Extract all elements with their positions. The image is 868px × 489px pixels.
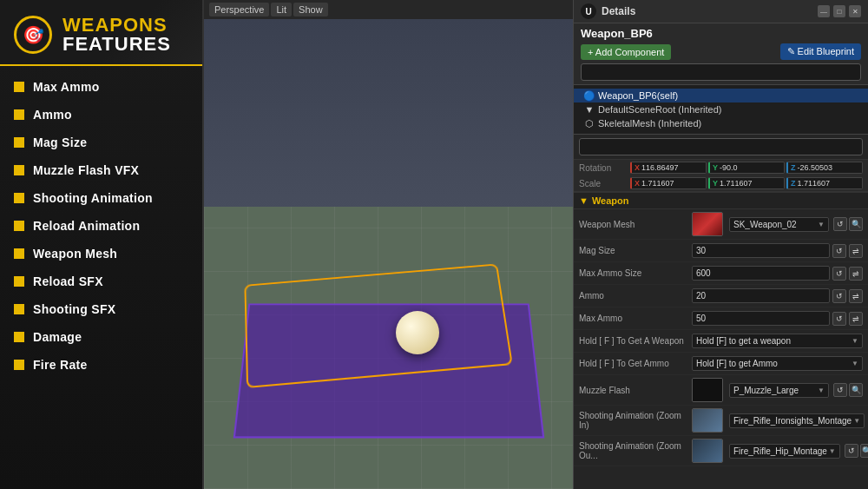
prop-dropdown-hold-f-weapon[interactable]: Hold [F] to get a weapon ▼: [692, 334, 863, 348]
reset-btn-max-ammo-size[interactable]: ↺: [832, 267, 846, 281]
search-components-input[interactable]: [581, 63, 861, 81]
prop-input-max-ammo[interactable]: [692, 311, 830, 326]
item-bullet-reload-animation: [14, 221, 24, 231]
skeletal-mesh-icon: ⬡: [584, 118, 595, 129]
item-label-reload-animation: Reload Animation: [33, 219, 140, 233]
prop-value-mag-size: ↺ ⇌: [692, 243, 863, 258]
item-label-max-ammo: Max Ammo: [33, 80, 100, 94]
prop-controls-shooting-anim-zoom-out: ↺ 🔍: [845, 444, 868, 458]
item-label-ammo: Ammo: [33, 108, 72, 122]
item-label-mag-size: Mag Size: [33, 135, 87, 149]
item-bullet-reload-sfx: [14, 276, 24, 287]
prop-controls-muzzle-flash: ↺ 🔍: [833, 383, 863, 397]
sidebar-item-damage[interactable]: Damage: [0, 323, 202, 351]
sidebar-item-fire-rate[interactable]: Fire Rate: [0, 351, 202, 379]
prop-dropdown-muzzle-flash[interactable]: P_Muzzle_Large ▼: [729, 383, 829, 398]
scale-inputs: X 1.711607 Y 1.711607 Z 1.711607: [630, 177, 863, 189]
component-self[interactable]: 🔵 Weapon_BP6(self): [574, 89, 868, 102]
sidebar-item-max-ammo[interactable]: Max Ammo: [0, 73, 202, 101]
scale-z-input[interactable]: Z 1.711607: [786, 177, 863, 189]
expand-btn-max-ammo[interactable]: ⇌: [849, 312, 863, 326]
prop-dropdown-hold-f-ammo[interactable]: Hold [F] to get Ammo ▼: [692, 356, 863, 371]
sidebar-item-shooting-sfx[interactable]: Shooting SFX: [0, 295, 202, 323]
add-component-button[interactable]: + Add Component: [581, 44, 671, 60]
reset-btn-muzzle-flash[interactable]: ↺: [833, 383, 847, 397]
prop-dropdown-shooting-anim-zoom-in[interactable]: Fire_Rifle_Ironsights_Montage ▼: [729, 413, 865, 428]
viewport-toolbar: Perspective Lit Show: [204, 0, 573, 19]
reset-btn-shooting-anim-zoom-out[interactable]: ↺: [845, 444, 858, 458]
rotation-z-input[interactable]: Z -26.50503: [786, 162, 863, 174]
skeletal-mesh-label: SkeletalMesh (Inherited): [598, 118, 701, 129]
search-btn-muzzle-flash[interactable]: 🔍: [849, 383, 863, 397]
show-btn[interactable]: Show: [293, 3, 328, 17]
rotation-x-input[interactable]: X 116.86497: [630, 162, 707, 174]
maximize-btn[interactable]: □: [833, 5, 845, 17]
expand-btn-ammo[interactable]: ⇌: [849, 289, 863, 303]
prop-label-ammo: Ammo: [579, 291, 692, 301]
viewport: Perspective Lit Show: [204, 0, 573, 489]
sidebar-item-muzzle-flash-vfx[interactable]: Muzzle Flash VFX: [0, 156, 202, 184]
edit-blueprint-button[interactable]: ✎ Edit Blueprint: [780, 43, 861, 60]
prop-input-max-ammo-size[interactable]: [692, 266, 830, 281]
character-sphere: [396, 311, 439, 354]
component-row: + Add Component ✎ Edit Blueprint: [581, 43, 861, 60]
sidebar-title-weapons: WEAPONS: [62, 16, 171, 35]
sidebar-item-ammo[interactable]: Ammo: [0, 101, 202, 129]
self-label: Weapon_BP6(self): [598, 90, 678, 101]
scale-row: Scale X 1.711607 Y 1.711607 Z 1.711607: [574, 175, 868, 191]
scale-x-input[interactable]: X 1.711607: [630, 177, 707, 189]
rotation-row: Rotation X 116.86497 Y -90.0 Z -26.50503: [574, 160, 868, 175]
sidebar-item-weapon-mesh[interactable]: Weapon Mesh: [0, 240, 202, 268]
item-label-shooting-animation: Shooting Animation: [33, 191, 153, 205]
sidebar-title-features: FEATURES: [62, 35, 171, 54]
reset-btn-mag-size[interactable]: ↺: [832, 244, 846, 258]
perspective-btn[interactable]: Perspective: [209, 3, 269, 17]
prop-value-hold-f-weapon: Hold [F] to get a weapon ▼: [692, 334, 863, 348]
scale-label: Scale: [579, 179, 627, 188]
sidebar-item-mag-size[interactable]: Mag Size: [0, 129, 202, 156]
prop-row-hold-f-weapon: Hold [ F ] To Get A Weapon Hold [F] to g…: [574, 330, 868, 353]
reset-btn-ammo[interactable]: ↺: [832, 289, 846, 303]
window-controls: — □ ✕: [818, 5, 861, 17]
prop-value-max-ammo: ↺ ⇌: [692, 311, 863, 326]
weapon-section-collapse-icon[interactable]: ▼: [579, 195, 589, 206]
scale-y-input[interactable]: Y 1.711607: [708, 177, 785, 189]
sidebar-item-shooting-animation[interactable]: Shooting Animation: [0, 184, 202, 212]
prop-dropdown-weapon-mesh[interactable]: SK_Weapon_02 ▼: [729, 217, 829, 232]
search-details-input[interactable]: [579, 138, 863, 155]
prop-thumb-shooting-anim-zoom-out: [692, 439, 723, 463]
item-bullet-fire-rate: [14, 360, 24, 370]
prop-row-shooting-anim-zoom-out: Shooting Animation (Zoom Ou... Fire_Rifl…: [574, 436, 868, 466]
prop-input-ammo[interactable]: [692, 288, 830, 303]
expand-btn-mag-size[interactable]: ⇌: [849, 244, 863, 258]
weapon-section-header: ▼ Weapon: [574, 192, 868, 209]
reset-btn-weapon-mesh[interactable]: ↺: [833, 217, 847, 231]
sidebar-header: 🎯 WEAPONS FEATURES: [0, 0, 202, 66]
search-btn-shooting-anim-zoom-out[interactable]: 🔍: [860, 444, 868, 458]
lit-btn[interactable]: Lit: [271, 3, 292, 17]
components-list: 🔵 Weapon_BP6(self) ▼ DefaultSceneRoot (I…: [574, 85, 868, 135]
prop-input-mag-size[interactable]: [692, 243, 830, 258]
prop-label-max-ammo: Max Ammo: [579, 314, 692, 323]
prop-value-ammo: ↺ ⇌: [692, 288, 863, 303]
prop-label-shooting-anim-zoom-in: Shooting Animation (Zoom In): [579, 411, 692, 430]
close-btn[interactable]: ✕: [849, 5, 861, 17]
scene-root-icon: ▼: [584, 104, 595, 115]
prop-dropdown-shooting-anim-zoom-out[interactable]: Fire_Rifle_Hip_Montage ▼: [729, 444, 840, 459]
expand-btn-max-ammo-size[interactable]: ⇌: [849, 267, 863, 281]
prop-thumb-weapon-mesh: [692, 212, 723, 236]
prop-value-muzzle-flash: P_Muzzle_Large ▼ ↺ 🔍: [692, 378, 863, 402]
reset-btn-max-ammo[interactable]: ↺: [832, 312, 846, 326]
component-skeletal-mesh[interactable]: ⬡ SkeletalMesh (Inherited): [574, 116, 868, 130]
item-bullet-weapon-mesh: [14, 248, 24, 259]
prop-label-muzzle-flash: Muzzle Flash: [579, 386, 692, 395]
sidebar-item-reload-sfx[interactable]: Reload SFX: [0, 268, 202, 295]
prop-thumb-muzzle-flash: [692, 378, 723, 402]
component-default-scene-root[interactable]: ▼ DefaultSceneRoot (Inherited): [574, 102, 868, 116]
search-btn-weapon-mesh[interactable]: 🔍: [849, 217, 863, 231]
prop-row-mag-size: Mag Size ↺ ⇌: [574, 240, 868, 262]
minimize-btn[interactable]: —: [818, 5, 830, 17]
rotation-y-input[interactable]: Y -90.0: [708, 162, 785, 174]
prop-label-hold-f-weapon: Hold [ F ] To Get A Weapon: [579, 336, 692, 346]
sidebar-item-reload-animation[interactable]: Reload Animation: [0, 212, 202, 240]
